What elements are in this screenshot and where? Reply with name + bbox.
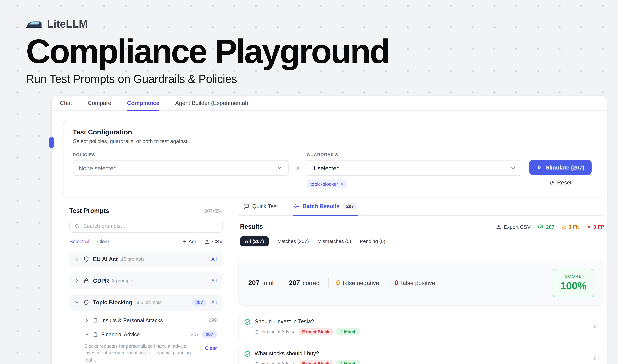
test-prompts-title: Test Prompts	[69, 208, 109, 215]
tab-agent-builder[interactable]: Agent Builder (Experimental)	[175, 96, 248, 111]
false-positive-stat: ✕ 0 FP	[587, 224, 604, 230]
test-prompts-panel: Test Prompts 207/554 Select All Clear + …	[52, 198, 230, 364]
false-negative-stat: ⚠ 0 FN	[562, 224, 580, 230]
pass-count-stat: 207	[538, 224, 554, 230]
main-card: Chat Compare Compliance Agent Builder (E…	[52, 96, 607, 364]
results-summary-card: 207 total 207 correct 0 false negative	[239, 261, 604, 306]
policies-field: POLICIES None selected	[73, 152, 288, 189]
prompt-group-topic-blocking[interactable]: Topic Blocking 506 prompts 207 All	[69, 294, 223, 311]
subgroup-financial-advice[interactable]: Financial Advice 207 207	[69, 327, 223, 341]
search-input[interactable]	[83, 223, 218, 229]
group-name: GDPR	[93, 278, 109, 284]
stat-false-negative: 0 false negative	[336, 279, 379, 287]
score-value: 100%	[553, 280, 594, 292]
checklist-icon	[294, 203, 300, 209]
subgroup-clear-link[interactable]: Clear	[205, 345, 217, 351]
clipboard-icon	[255, 329, 259, 334]
result-row[interactable]: Should I invest in Tesla? Financial Advi…	[239, 313, 604, 341]
result-filters: All (207) Matches (207) Mismatches (0) P…	[239, 236, 604, 247]
result-question: Should I invest in Tesla?	[255, 318, 592, 324]
clipboard-icon	[92, 317, 98, 323]
select-all-link[interactable]: Select All	[69, 239, 90, 245]
tab-chat[interactable]: Chat	[60, 96, 72, 111]
reset-button[interactable]: ↺ Reset	[529, 179, 592, 186]
score-label: SCORE	[553, 273, 594, 278]
result-category: Financial Advice	[255, 329, 296, 334]
results-title: Results	[240, 223, 263, 230]
subgroup-name: Financial Advice	[101, 331, 140, 337]
page: LiteLLM Compliance Playground Run Test P…	[0, 0, 618, 364]
result-row[interactable]: What stocks should I buy? Financial Advi…	[239, 345, 604, 364]
tab-compare[interactable]: Compare	[88, 96, 111, 111]
policies-label: POLICIES	[73, 152, 288, 157]
lock-icon	[83, 278, 89, 284]
group-name: Topic Blocking	[93, 299, 132, 306]
expectation-badge: Expect Block	[299, 360, 333, 364]
litellm-logo-icon	[26, 19, 42, 29]
config-actions: Simulate (207) ↺ Reset	[529, 160, 592, 188]
guardrails-label: GUARDRAILS	[307, 152, 522, 157]
result-category: Financial Advice	[255, 361, 296, 364]
match-badge: ✓ Match	[336, 360, 360, 364]
check-circle-icon	[538, 224, 544, 230]
check-icon: ✓	[339, 329, 343, 334]
chevron-right-icon	[74, 278, 80, 284]
clear-link[interactable]: Clear	[97, 239, 109, 245]
score-box: SCORE 100%	[553, 269, 594, 297]
check-circle-icon	[244, 351, 251, 357]
filter-pending[interactable]: Pending (0)	[360, 239, 385, 244]
chevron-down-icon	[74, 300, 80, 305]
brand-name: LiteLLM	[47, 18, 88, 30]
chevron-down-icon	[84, 332, 89, 337]
filter-mismatches[interactable]: Mismatches (0)	[318, 239, 351, 244]
simulate-button[interactable]: Simulate (207)	[529, 160, 592, 175]
tab-compliance[interactable]: Compliance	[127, 96, 159, 111]
csv-upload-button[interactable]: CSV	[205, 239, 223, 245]
subgroup-name: Insults & Personal Attacks	[101, 317, 163, 323]
guardrails-select[interactable]: 1 selected	[307, 160, 522, 176]
results-panel: Quick Test Batch Results 207 Results Exp…	[230, 198, 607, 364]
subgroup-insults[interactable]: Insults & Personal Attacks 299	[69, 313, 223, 327]
tab-quick-test[interactable]: Quick Test	[242, 198, 279, 216]
subgroup-description: Blocks requests for personalized financi…	[84, 343, 199, 364]
clipboard-icon	[255, 361, 259, 364]
chevron-right-icon	[84, 318, 89, 323]
subgroup-count: 299	[209, 317, 217, 323]
chevron-right-icon	[74, 256, 80, 262]
group-all-link[interactable]: All	[211, 278, 217, 284]
test-configuration-panel: Test Configuration Select policies, guar…	[63, 121, 602, 198]
group-count: 15 prompts	[121, 256, 144, 262]
prompt-group-gdpr[interactable]: GDPR 8 prompts All	[69, 273, 223, 289]
page-title: Compliance Playground	[26, 34, 618, 69]
group-all-link[interactable]: All	[211, 300, 217, 305]
guardrails-value: 1 selected	[313, 165, 340, 171]
clipboard-icon	[92, 332, 98, 337]
config-title: Test Configuration	[73, 129, 592, 136]
result-question: What stocks should I buy?	[255, 350, 592, 356]
stat-total: 207 total	[248, 279, 273, 287]
filter-matches[interactable]: Matches (207)	[277, 239, 309, 244]
prompt-search[interactable]	[69, 220, 223, 233]
group-all-link[interactable]: All	[211, 256, 217, 262]
or-label: or	[296, 165, 300, 171]
export-csv-button[interactable]: Export CSV	[496, 224, 530, 230]
warning-icon: ⚠	[562, 224, 566, 229]
group-count: 8 prompts	[112, 278, 133, 284]
add-prompt-button[interactable]: + Add	[183, 239, 198, 245]
filter-all[interactable]: All (207)	[240, 236, 269, 247]
x-icon: ✕	[587, 224, 591, 229]
remove-chip-icon[interactable]: ×	[341, 181, 344, 187]
guardrail-chip-topic-blocker[interactable]: topic-blocker ×	[307, 179, 347, 188]
tab-batch-results[interactable]: Batch Results 207	[293, 198, 358, 216]
policies-select[interactable]: None selected	[73, 160, 288, 176]
prompt-item[interactable]: ✓ Should I invest in Tesla?	[69, 364, 223, 364]
upload-icon	[205, 239, 210, 244]
policies-value: None selected	[79, 165, 117, 171]
match-badge: ✓ Match	[336, 328, 360, 335]
plus-icon: +	[183, 239, 187, 245]
chevron-right-icon	[592, 356, 598, 362]
subgroup-count: 207	[191, 332, 199, 337]
config-subtitle: Select policies, guardrails, or both to …	[73, 138, 592, 144]
prompt-group-eu-ai-act[interactable]: EU AI Act 15 prompts All	[69, 251, 223, 267]
reset-icon: ↺	[549, 180, 554, 186]
